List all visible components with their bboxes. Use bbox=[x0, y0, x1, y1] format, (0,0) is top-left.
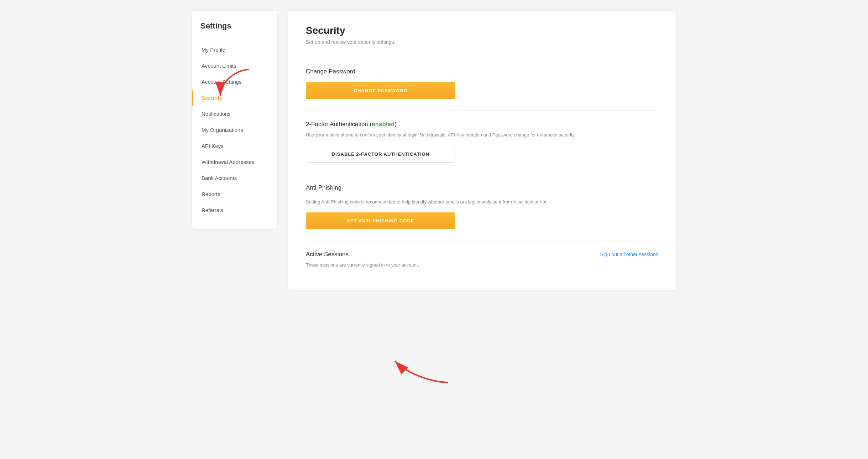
disable-2fa-button[interactable]: DISABLE 2-FACTOR AUTHENTICATION bbox=[306, 146, 455, 163]
active-sessions-section: Active Sessions Sign out all other sessi… bbox=[306, 241, 658, 269]
change-password-heading: Change Password bbox=[306, 58, 658, 82]
sidebar: Settings My Profile Account Limits Accou… bbox=[192, 11, 277, 229]
page-subtitle: Set up and review your security settings… bbox=[306, 39, 658, 45]
arrow-to-anti-phishing bbox=[388, 354, 452, 390]
sidebar-nav: My Profile Account Limits Account Settin… bbox=[192, 38, 277, 222]
sidebar-item-security[interactable]: Security bbox=[192, 90, 277, 106]
sidebar-item-api-keys[interactable]: API Keys bbox=[192, 138, 277, 154]
anti-phishing-section: Anti-Phishing Setting Anti-Phishing code… bbox=[306, 174, 658, 230]
two-factor-status: enabled bbox=[372, 121, 394, 128]
sidebar-item-withdrawal-addresses[interactable]: Withdrawal Addresses bbox=[192, 154, 277, 170]
anti-phishing-description: Setting Anti-Phishing code is recommende… bbox=[306, 198, 658, 206]
sidebar-item-reports[interactable]: Reports bbox=[192, 186, 277, 202]
sidebar-item-account-settings[interactable]: Account Settings bbox=[192, 74, 277, 90]
change-password-button[interactable]: CHANGE PASSWORD bbox=[306, 82, 455, 99]
anti-phishing-heading: Anti-Phishing bbox=[306, 174, 658, 198]
page-title: Security bbox=[306, 25, 658, 36]
sidebar-item-my-profile[interactable]: My Profile bbox=[192, 42, 277, 58]
sidebar-item-notifications[interactable]: Notifications bbox=[192, 106, 277, 122]
active-sessions-header-row: Active Sessions Sign out all other sessi… bbox=[306, 241, 658, 262]
two-factor-heading: 2-Factor Authentication (enabled) bbox=[306, 111, 658, 131]
set-anti-phishing-button[interactable]: SET ANTI-PHISHING CODE bbox=[306, 212, 455, 229]
main-content: Security Set up and review your security… bbox=[288, 11, 676, 290]
sidebar-item-referrals[interactable]: Referrals bbox=[192, 202, 277, 218]
two-factor-section: 2-Factor Authentication (enabled) Use yo… bbox=[306, 110, 658, 163]
sidebar-item-my-organizations[interactable]: My Organizations bbox=[192, 122, 277, 138]
active-sessions-heading: Active Sessions bbox=[306, 251, 349, 258]
sidebar-item-account-limits[interactable]: Account Limits bbox=[192, 58, 277, 74]
change-password-section: Change Password CHANGE PASSWORD bbox=[306, 58, 658, 99]
sign-out-all-sessions-link[interactable]: Sign out all other sessions bbox=[600, 252, 658, 257]
sidebar-item-bank-accounts[interactable]: Bank Accounts bbox=[192, 170, 277, 186]
two-factor-description: Use your mobile phone to confirm your id… bbox=[306, 131, 658, 139]
active-sessions-description: These sessions are currently signed in t… bbox=[306, 262, 658, 269]
sidebar-title: Settings bbox=[192, 18, 277, 38]
